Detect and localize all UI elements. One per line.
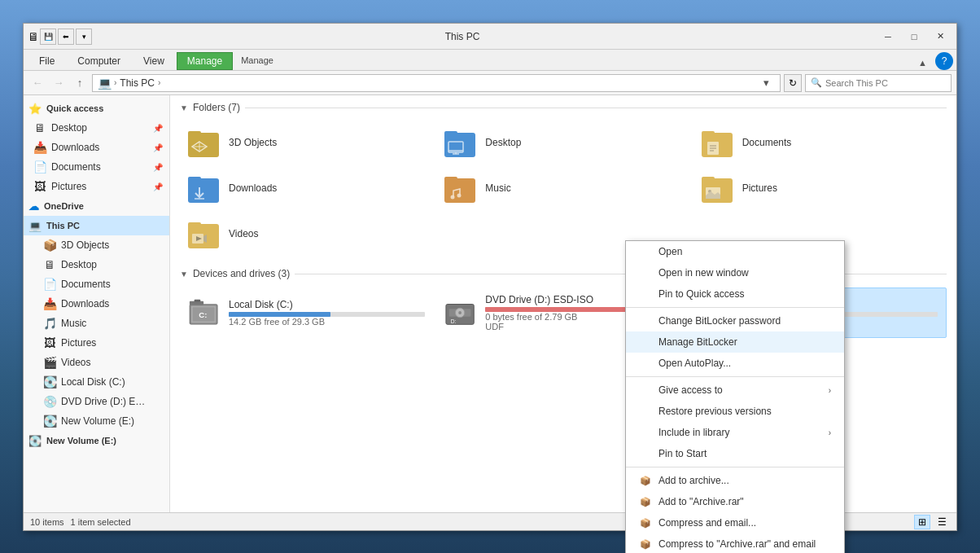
cm-compress-email[interactable]: 📦 Compress and email... bbox=[626, 512, 844, 533]
folders-toggle[interactable]: ▼ bbox=[180, 103, 188, 112]
cm-pin-quick[interactable]: Pin to Quick access bbox=[626, 283, 844, 305]
cm-pin-quick-icon bbox=[639, 287, 652, 301]
svg-point-14 bbox=[457, 194, 462, 198]
cm-open-label: Open bbox=[658, 246, 682, 257]
onedrive-icon: ☁ bbox=[28, 200, 39, 213]
tab-computer[interactable]: Computer bbox=[67, 52, 131, 70]
cm-pin-quick-label: Pin to Quick access bbox=[658, 288, 744, 300]
help-button[interactable]: ? bbox=[935, 52, 953, 70]
sidebar-item-documents2[interactable]: 📄 Documents bbox=[24, 274, 169, 294]
cm-include-library[interactable]: Include in library › bbox=[626, 422, 844, 443]
sidebar-item-pictures[interactable]: 🖼 Pictures 📌 bbox=[24, 177, 169, 196]
pictures-icon: 🖼 bbox=[33, 180, 46, 193]
undo-button[interactable]: ⬅ bbox=[58, 29, 74, 45]
search-box: 🔍 bbox=[805, 74, 952, 92]
folder-pictures[interactable]: Pictures bbox=[693, 167, 947, 209]
sidebar-item-desktop[interactable]: 🖥 Desktop 📌 bbox=[24, 118, 169, 138]
sidebar-section-new-volume-e[interactable]: 💽 New Volume (E:) bbox=[24, 431, 169, 450]
drives-toggle[interactable]: ▼ bbox=[180, 270, 188, 279]
documents2-icon: 📄 bbox=[43, 278, 56, 291]
cm-change-bitlocker-label: Change BitLocker password bbox=[658, 315, 781, 327]
tab-view[interactable]: View bbox=[133, 52, 175, 70]
desktop-pin-icon: 📌 bbox=[153, 124, 163, 133]
3dobjects-icon: 📦 bbox=[43, 239, 56, 252]
sidebar-item-documents[interactable]: 📄 Documents 📌 bbox=[24, 157, 169, 177]
sidebar-desktop-label: Desktop bbox=[51, 122, 87, 134]
window-controls: ─ □ ✕ bbox=[875, 25, 953, 48]
cm-add-archive-rar[interactable]: 📦 Add to "Archive.rar" bbox=[626, 491, 844, 512]
sidebar-item-new-volume[interactable]: 💽 New Volume (E:) bbox=[24, 411, 169, 431]
this-pc-icon: 💻 bbox=[28, 220, 42, 232]
tab-drive-tools[interactable]: Manage bbox=[177, 52, 233, 70]
minimize-button[interactable]: ─ bbox=[875, 25, 901, 48]
save-button[interactable]: 💾 bbox=[40, 29, 56, 45]
navigation-bar: ← → ↑ 💻 › This PC › ▾ ↻ 🔍 bbox=[24, 71, 956, 95]
cm-add-archive[interactable]: 📦 Add to archive... bbox=[626, 470, 844, 491]
sidebar-section-this-pc[interactable]: 💻 This PC bbox=[24, 216, 169, 235]
music-icon: 🎵 bbox=[43, 317, 56, 330]
sidebar-item-pictures2[interactable]: 🖼 Pictures bbox=[24, 333, 169, 353]
cm-add-archive-icon: 📦 bbox=[639, 474, 652, 487]
folder-desktop[interactable]: Desktop bbox=[436, 121, 689, 164]
context-menu: Open Open in new window Pin to Quick acc… bbox=[625, 240, 845, 553]
sidebar-item-downloads[interactable]: 📥 Downloads 📌 bbox=[24, 138, 169, 157]
downloads-pin-icon: 📌 bbox=[153, 143, 163, 152]
cm-compress-email-label: Compress and email... bbox=[658, 517, 756, 529]
cm-sep-1 bbox=[626, 307, 844, 308]
view-large-icons-button[interactable]: ⊞ bbox=[914, 515, 930, 529]
folder-music[interactable]: Music bbox=[436, 167, 689, 209]
close-button[interactable]: ✕ bbox=[927, 25, 953, 48]
tab-manage-label: Manage bbox=[238, 54, 277, 67]
cm-give-access[interactable]: Give access to › bbox=[626, 380, 844, 401]
titlebar: 🖥 💾 ⬅ ▾ This PC ─ □ ✕ bbox=[24, 24, 956, 50]
cm-manage-bitlocker[interactable]: Manage BitLocker bbox=[626, 331, 844, 353]
back-button[interactable]: ← bbox=[28, 74, 46, 92]
forward-button[interactable]: → bbox=[50, 74, 68, 92]
cm-open-autoplay[interactable]: Open AutoPlay... bbox=[626, 353, 844, 374]
folder-pictures-icon bbox=[702, 173, 736, 203]
folder-downloads[interactable]: Downloads bbox=[180, 167, 433, 209]
cm-open-new-window-label: Open in new window bbox=[658, 267, 749, 279]
sidebar-section-onedrive[interactable]: ☁ OneDrive bbox=[24, 196, 169, 216]
folder-3dobjects-label: 3D Objects bbox=[229, 137, 277, 148]
folders-divider bbox=[245, 108, 947, 108]
ribbon-collapse-button[interactable]: ▲ bbox=[912, 55, 934, 70]
cm-open[interactable]: Open bbox=[626, 241, 844, 262]
sidebar-item-downloads2[interactable]: 📥 Downloads bbox=[24, 294, 169, 314]
sidebar-item-videos[interactable]: 🎬 Videos bbox=[24, 353, 169, 372]
sidebar-item-dvd-drive[interactable]: 💿 DVD Drive (D:) E… bbox=[24, 392, 169, 411]
folder-3dobjects[interactable]: 3D Objects bbox=[180, 121, 433, 164]
tab-file[interactable]: File bbox=[28, 52, 65, 70]
maximize-button[interactable]: □ bbox=[901, 25, 927, 48]
cm-change-bitlocker[interactable]: Change BitLocker password bbox=[626, 310, 844, 331]
folder-pictures-overlay bbox=[704, 186, 722, 200]
folder-videos-label: Videos bbox=[229, 228, 258, 239]
sidebar-item-local-disk[interactable]: 💽 Local Disk (C:) bbox=[24, 372, 169, 392]
folders-label: Folders (7) bbox=[193, 102, 240, 113]
folder-videos[interactable]: Videos bbox=[180, 213, 433, 255]
ribbon-tabs: File Computer View Manage Manage ▲ ? bbox=[24, 50, 956, 71]
address-bar[interactable]: 💻 › This PC › ▾ bbox=[92, 74, 781, 92]
onedrive-label: OneDrive bbox=[44, 201, 84, 211]
folder-documents[interactable]: Documents bbox=[693, 121, 947, 164]
cm-compress-archive-email[interactable]: 📦 Compress to "Archive.rar" and email bbox=[626, 533, 844, 553]
drives-divider bbox=[295, 274, 947, 274]
search-input[interactable] bbox=[825, 78, 946, 88]
sidebar-section-quick-access[interactable]: ⭐ Quick access bbox=[24, 99, 169, 118]
cm-restore-versions[interactable]: Restore previous versions bbox=[626, 401, 844, 422]
redo-button[interactable]: ▾ bbox=[76, 29, 92, 45]
cm-open-new-window[interactable]: Open in new window bbox=[626, 262, 844, 283]
selected-count: 1 item selected bbox=[71, 517, 131, 527]
folder-documents-icon bbox=[702, 128, 736, 157]
folder-documents-label: Documents bbox=[742, 137, 792, 148]
view-details-button[interactable]: ☰ bbox=[934, 515, 950, 529]
cm-pin-start[interactable]: Pin to Start bbox=[626, 443, 844, 464]
sidebar-item-music[interactable]: 🎵 Music bbox=[24, 314, 169, 333]
sidebar-item-desktop2[interactable]: 🖥 Desktop bbox=[24, 255, 169, 274]
address-dropdown-button[interactable]: ▾ bbox=[757, 74, 775, 92]
refresh-button[interactable]: ↻ bbox=[784, 74, 802, 92]
window-icon: 🖥 bbox=[27, 30, 40, 43]
up-button[interactable]: ↑ bbox=[71, 74, 89, 92]
sidebar-item-3dobjects[interactable]: 📦 3D Objects bbox=[24, 235, 169, 255]
drive-local-c[interactable]: C: Local Disk (C:) 14.2 GB free of 29.3 … bbox=[180, 287, 433, 338]
